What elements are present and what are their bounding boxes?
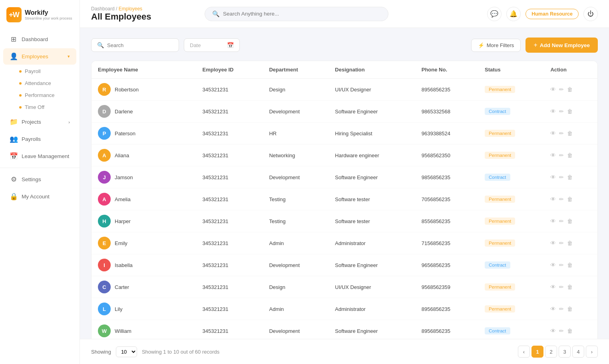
cell-phone-6: 8556856235: [415, 210, 478, 232]
edit-icon[interactable]: ✏: [559, 196, 564, 202]
sidebar-divider: [0, 168, 80, 168]
view-icon[interactable]: 👁: [550, 240, 556, 246]
sidebar-item-employees[interactable]: 👤 Employees ▾: [3, 48, 76, 65]
delete-icon[interactable]: 🗑: [567, 262, 573, 268]
view-icon[interactable]: 👁: [550, 86, 556, 93]
view-icon[interactable]: 👁: [550, 130, 556, 136]
cell-status-1: Contract: [478, 101, 544, 123]
filter-search[interactable]: 🔍: [91, 38, 179, 52]
cell-id-1: 345321231: [196, 101, 263, 123]
cell-phone-1: 9865332568: [415, 101, 478, 123]
cell-action-6: 👁 ✏ 🗑: [544, 210, 597, 232]
next-page-button[interactable]: ›: [586, 346, 598, 358]
prev-page-button[interactable]: ‹: [518, 346, 530, 358]
breadcrumb-link[interactable]: Employees: [119, 6, 142, 12]
edit-icon[interactable]: ✏: [559, 108, 564, 115]
sidebar-item-account[interactable]: 🔒 My Account: [3, 188, 76, 205]
employee-name: Harper: [115, 218, 131, 224]
delete-icon[interactable]: 🗑: [567, 240, 573, 246]
filter-icon: ⚡: [478, 42, 484, 48]
chat-button[interactable]: 💬: [487, 7, 502, 21]
view-icon[interactable]: 👁: [550, 108, 556, 115]
view-icon[interactable]: 👁: [550, 284, 556, 290]
page-button-4[interactable]: 4: [572, 346, 584, 358]
delete-icon[interactable]: 🗑: [567, 108, 573, 115]
view-icon[interactable]: 👁: [550, 306, 556, 312]
page-button-1[interactable]: 1: [531, 346, 543, 358]
cell-designation-2: Hiring Specialist: [328, 123, 415, 144]
edit-icon[interactable]: ✏: [559, 86, 564, 93]
cell-id-2: 345321231: [196, 123, 263, 144]
employee-name: Jamson: [115, 174, 133, 180]
settings-icon: ⚙: [10, 175, 18, 184]
header-search-input[interactable]: [223, 11, 381, 17]
more-filters-label: More Filters: [487, 42, 514, 48]
cell-designation-8: Software Engineer: [328, 254, 415, 276]
employee-name: Paterson: [115, 131, 135, 136]
page-button-3[interactable]: 3: [559, 346, 571, 358]
date-filter[interactable]: Date 📅: [184, 38, 240, 52]
sidebar-item-payroll[interactable]: Payroll: [14, 65, 80, 77]
delete-icon[interactable]: 🗑: [567, 306, 573, 312]
per-page-select[interactable]: 10 25 50: [116, 346, 137, 357]
status-badge: Contract: [485, 327, 510, 334]
cell-status-7: Permanent: [478, 232, 544, 254]
edit-icon[interactable]: ✏: [559, 152, 564, 158]
view-icon[interactable]: 👁: [550, 262, 556, 268]
filter-search-input[interactable]: [107, 42, 159, 48]
view-icon[interactable]: 👁: [550, 218, 556, 224]
cell-dept-5: Testing: [263, 188, 328, 210]
delete-icon[interactable]: 🗑: [567, 196, 573, 202]
delete-icon[interactable]: 🗑: [567, 328, 573, 334]
more-filters-button[interactable]: ⚡ More Filters: [471, 39, 521, 52]
sidebar-item-performance[interactable]: Performance: [14, 89, 80, 101]
sidebar-item-dashboard[interactable]: ⊞ Dashboard: [3, 31, 76, 47]
edit-icon[interactable]: ✏: [559, 262, 564, 268]
view-icon[interactable]: 👁: [550, 196, 556, 202]
cell-name-3: A Aliana: [92, 144, 196, 166]
cell-name-10: L Lily: [92, 298, 196, 320]
edit-icon[interactable]: ✏: [559, 130, 564, 136]
table-row: H Harper 345321231 Testing Software test…: [92, 210, 597, 232]
cell-status-9: Permanent: [478, 276, 544, 298]
cell-action-4: 👁 ✏ 🗑: [544, 166, 597, 188]
delete-icon[interactable]: 🗑: [567, 86, 573, 93]
power-button[interactable]: ⏻: [583, 7, 598, 21]
edit-icon[interactable]: ✏: [559, 174, 564, 180]
delete-icon[interactable]: 🗑: [567, 174, 573, 180]
hr-badge[interactable]: Human Resource: [525, 9, 579, 19]
view-icon[interactable]: 👁: [550, 152, 556, 158]
page-button-2[interactable]: 2: [545, 346, 557, 358]
sidebar-item-attendance[interactable]: Attendance: [14, 77, 80, 89]
delete-icon[interactable]: 🗑: [567, 130, 573, 136]
cell-action-3: 👁 ✏ 🗑: [544, 144, 597, 166]
edit-icon[interactable]: ✏: [559, 284, 564, 290]
add-employee-button[interactable]: + Add New Employee: [525, 38, 598, 53]
sidebar-item-settings[interactable]: ⚙ Settings: [3, 171, 76, 188]
view-icon[interactable]: 👁: [550, 174, 556, 180]
delete-icon[interactable]: 🗑: [567, 218, 573, 224]
avatar: A: [98, 193, 111, 206]
cell-name-0: R Robertson: [92, 79, 196, 101]
edit-icon[interactable]: ✏: [559, 328, 564, 334]
header-title-area: Dashboard / Employees All Employees: [91, 6, 151, 22]
cell-status-4: Contract: [478, 166, 544, 188]
employee-table-container: Employee Name Employee ID Department Des…: [91, 61, 598, 339]
cell-action-7: 👁 ✏ 🗑: [544, 232, 597, 254]
delete-icon[interactable]: 🗑: [567, 284, 573, 290]
edit-icon[interactable]: ✏: [559, 218, 564, 224]
sidebar-item-projects[interactable]: 📁 Projects ›: [3, 114, 76, 130]
view-icon[interactable]: 👁: [550, 328, 556, 334]
sidebar-label-dashboard: Dashboard: [22, 36, 48, 42]
delete-icon[interactable]: 🗑: [567, 152, 573, 158]
edit-icon[interactable]: ✏: [559, 240, 564, 246]
header-actions: 💬 🔔 Human Resource ⏻: [487, 7, 598, 21]
cell-id-8: 345321231: [196, 254, 263, 276]
bell-button[interactable]: 🔔: [506, 7, 521, 21]
sidebar-item-leave[interactable]: 📅 Leave Management: [3, 148, 76, 164]
sidebar-item-timeoff[interactable]: Time Off: [14, 101, 80, 113]
cell-status-8: Contract: [478, 254, 544, 276]
sidebar-item-payrolls[interactable]: 👥 Payrolls: [3, 131, 76, 147]
header-search[interactable]: 🔍: [205, 7, 388, 21]
edit-icon[interactable]: ✏: [559, 306, 564, 312]
